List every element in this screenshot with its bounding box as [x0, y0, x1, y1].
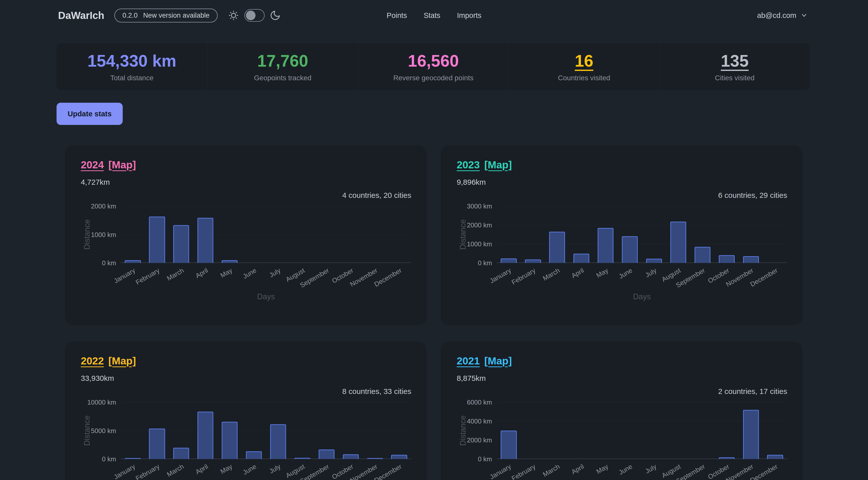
year-summary: 8 countries, 33 cities — [81, 387, 411, 396]
countries-visited-link[interactable]: 16 — [575, 51, 593, 70]
month-label: June — [242, 462, 258, 477]
chart-plot-area — [121, 402, 411, 459]
bar[interactable] — [719, 457, 735, 459]
bar[interactable] — [694, 247, 710, 263]
x-slot: April — [569, 263, 594, 291]
bar[interactable] — [549, 232, 565, 263]
year-link[interactable]: 2024 — [81, 159, 104, 171]
bar[interactable] — [222, 260, 238, 263]
bar-slot — [714, 206, 739, 263]
x-slot: February — [521, 263, 545, 291]
version-message: New version available — [143, 11, 210, 20]
bar-slot — [714, 402, 739, 459]
bar-slot — [521, 206, 545, 263]
month-label: June — [242, 266, 258, 280]
bar[interactable] — [598, 228, 614, 263]
year-cards-grid: 2024 [Map] 4,727km 4 countries, 20 citie… — [65, 146, 802, 480]
y-tick-label: 3000 km — [467, 202, 492, 210]
bar-slot — [690, 402, 714, 459]
bar-slot — [545, 206, 569, 263]
bar[interactable] — [125, 260, 141, 263]
map-link[interactable]: [Map] — [108, 355, 136, 367]
cities-visited-link[interactable]: 135 — [721, 51, 749, 70]
bar-slot — [339, 206, 363, 263]
navbar-left: DaWarIch 0.2.0 New version available — [58, 8, 281, 23]
year-distance: 9,896km — [457, 178, 787, 187]
bar[interactable] — [173, 225, 189, 263]
bar[interactable] — [222, 422, 238, 459]
bar[interactable] — [743, 410, 759, 459]
month-label: January — [113, 462, 137, 480]
month-label: June — [618, 266, 634, 280]
x-slot: February — [521, 459, 545, 480]
theme-switch[interactable] — [244, 9, 265, 22]
bar[interactable] — [246, 451, 262, 459]
bar[interactable] — [270, 424, 286, 459]
x-slot: March — [545, 263, 569, 291]
map-link[interactable]: [Map] — [484, 355, 512, 367]
bar[interactable] — [719, 255, 735, 263]
bar-slot — [618, 402, 642, 459]
year-summary: 2 countries, 17 cities — [457, 387, 787, 396]
stat-label: Geopoints tracked — [254, 74, 311, 82]
nav-link-points[interactable]: Points — [386, 11, 407, 20]
update-stats-button[interactable]: Update stats — [57, 103, 123, 125]
version-badge[interactable]: 0.2.0 New version available — [114, 8, 218, 23]
bar[interactable] — [173, 448, 189, 459]
x-slot: July — [266, 459, 290, 480]
nav-link-stats[interactable]: Stats — [424, 11, 440, 20]
bar[interactable] — [646, 259, 662, 263]
stat-value: 154,330 km — [87, 51, 176, 70]
x-slot: February — [145, 263, 169, 291]
bar-slot — [739, 402, 763, 459]
bar[interactable] — [319, 449, 335, 459]
month-label: April — [194, 266, 210, 280]
theme-switch-knob — [246, 10, 255, 20]
bar[interactable] — [767, 455, 783, 459]
bar[interactable] — [501, 258, 517, 263]
app-logo[interactable]: DaWarIch — [58, 10, 104, 21]
bar[interactable] — [525, 259, 541, 263]
bar[interactable] — [197, 218, 213, 263]
year-link[interactable]: 2023 — [457, 159, 480, 171]
bar[interactable] — [743, 256, 759, 263]
year-distance: 4,727km — [81, 178, 411, 187]
y-axis-ticks: 0 km1000 km2000 km — [93, 206, 121, 263]
bar-slot — [594, 402, 618, 459]
navbar: DaWarIch 0.2.0 New version available — [0, 0, 868, 31]
chart-plot-area — [497, 402, 787, 459]
year-link[interactable]: 2021 — [457, 355, 480, 367]
theme-toggle-group — [228, 9, 281, 22]
bar[interactable] — [197, 412, 213, 459]
bar-slot — [618, 206, 642, 263]
stat-countries-visited: 16 Countries visited — [508, 43, 659, 90]
x-slot: June — [618, 459, 642, 480]
month-label: May — [595, 462, 610, 476]
bar-slot — [642, 402, 666, 459]
bar[interactable] — [622, 236, 638, 263]
y-axis-title: Distance — [459, 219, 468, 250]
nav-link-imports[interactable]: Imports — [457, 11, 482, 20]
y-tick-label: 2000 km — [467, 436, 492, 444]
year-card-2024: 2024 [Map] 4,727km 4 countries, 20 citie… — [65, 146, 427, 325]
bar[interactable] — [501, 430, 517, 459]
bar-slot — [290, 206, 314, 263]
bar-slot — [193, 206, 218, 263]
bar[interactable] — [574, 254, 589, 263]
bar-slot — [739, 206, 763, 263]
bar-slot — [690, 206, 714, 263]
bar[interactable] — [149, 217, 165, 263]
map-link[interactable]: [Map] — [484, 159, 512, 171]
bar[interactable] — [391, 455, 407, 459]
moon-icon — [270, 10, 281, 21]
year-link[interactable]: 2022 — [81, 355, 104, 367]
bar[interactable] — [149, 428, 165, 459]
bar[interactable] — [670, 222, 686, 263]
month-label: May — [595, 266, 610, 279]
x-slot: April — [569, 459, 594, 480]
map-link[interactable]: [Map] — [108, 159, 136, 171]
stat-label: Total distance — [110, 74, 154, 82]
user-menu[interactable]: ab@cd.com — [757, 11, 808, 20]
y-axis-title: Distance — [83, 415, 92, 446]
bar[interactable] — [343, 454, 359, 459]
